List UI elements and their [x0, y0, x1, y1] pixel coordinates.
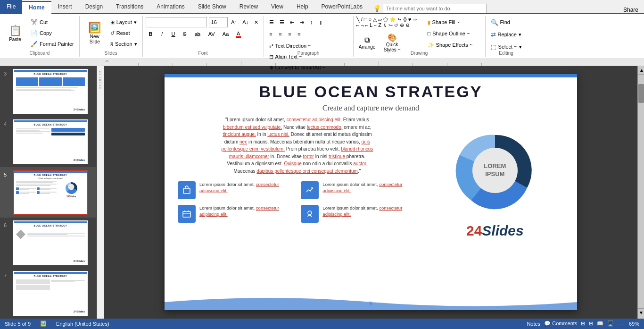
share-button[interactable]: Share	[618, 7, 644, 13]
bold-button[interactable]: B	[146, 29, 156, 39]
shape-effects-button[interactable]: ✨ Shape Effects ~	[425, 40, 475, 50]
justify-button[interactable]: ≡	[295, 29, 304, 39]
slide-thumb-4[interactable]: 4 BLUE OCEAN STRATEGY	[0, 117, 96, 167]
align-center-button[interactable]: ≡	[276, 29, 285, 39]
icon-sq-2	[301, 181, 319, 199]
decrease-font-button[interactable]: A↓	[241, 17, 250, 27]
find-icon: 🔍	[491, 19, 498, 26]
align-right-button[interactable]: ≡	[286, 29, 294, 39]
indent-more-button[interactable]: ⇥	[297, 17, 306, 27]
align-left-button[interactable]: ≡	[267, 29, 275, 39]
quick-styles-icon: 🎨	[388, 33, 397, 42]
layout-button[interactable]: ⊞ Layout ▾	[108, 17, 140, 27]
bottom-wave	[165, 294, 577, 310]
icon-boxes-grid: Lorem ipsum dolor sit amet, consectetura…	[178, 181, 417, 223]
paragraph-label: Paragraph	[264, 51, 353, 56]
scroll-down-button[interactable]: ▼	[637, 308, 644, 317]
svg-point-2	[308, 211, 312, 215]
shape-effects-icon: ✨	[428, 42, 434, 48]
section-icon: §	[110, 41, 113, 47]
slide-body-text: "Lorem ipsum dolor sit amet, consectetur…	[178, 116, 417, 175]
layout-icon: ⊞	[110, 19, 115, 25]
zoom-level: 69%	[629, 321, 639, 327]
file-tab[interactable]: File	[0, 0, 22, 13]
design-tab[interactable]: Design	[79, 0, 109, 13]
slide-thumb-7[interactable]: 7 BLUE OCEAN STRATEGY	[0, 268, 96, 319]
paste-icon: 📋	[9, 25, 22, 36]
scroll-thumb[interactable]	[638, 84, 644, 103]
font-size-input[interactable]	[209, 17, 228, 27]
editing-label: Editing	[486, 51, 527, 56]
shape-outline-icon: □	[428, 31, 431, 36]
view-tab[interactable]: View	[264, 0, 290, 13]
increase-font-button[interactable]: A↑	[230, 17, 239, 27]
view-presenter[interactable]: 🖥️	[607, 321, 614, 327]
bullets-button[interactable]: ☰	[267, 17, 276, 27]
replace-button[interactable]: ⇄ Replace ▾	[488, 29, 524, 40]
zoom-slider[interactable]: ──	[618, 321, 625, 327]
section-button[interactable]: § Section ▾	[108, 39, 140, 49]
powerpointlabs-tab[interactable]: PowerPointLabs	[315, 0, 369, 13]
insert-tab[interactable]: Insert	[51, 0, 79, 13]
review-tab[interactable]: Review	[233, 0, 264, 13]
comments-button[interactable]: 💬 Comments	[544, 321, 577, 327]
slide-thumb-3[interactable]: 3 BLUE OCEAN STRATEGY	[0, 66, 96, 117]
share-label: Share	[623, 7, 638, 13]
logo-24slides: 24Slides	[466, 223, 524, 239]
copy-button[interactable]: 📄 Copy	[28, 28, 76, 38]
underline-button[interactable]: U	[168, 29, 179, 39]
columns-button[interactable]: ⫿	[317, 17, 325, 27]
cut-icon: ✂️	[31, 19, 38, 25]
format-painter-button[interactable]: 🖌️ Format Painter	[28, 39, 76, 49]
shape-outline-button[interactable]: □ Shape Outline ~	[425, 28, 475, 39]
cut-button[interactable]: ✂️ Cut	[28, 17, 76, 27]
tell-me-input[interactable]	[383, 4, 487, 13]
numbering-button[interactable]: ☰	[277, 17, 287, 27]
icon-sq-3	[178, 205, 196, 223]
change-case-button[interactable]: Aa	[219, 29, 232, 39]
scroll-up-button[interactable]: ▲	[638, 66, 644, 75]
slide-thumb-5[interactable]: 5 BLUE OCEAN STRATEGY Create and capture…	[0, 167, 96, 218]
shadow-button[interactable]: ab	[191, 29, 204, 39]
slide-body: "Lorem ipsum dolor sit amet, consectetur…	[165, 116, 577, 239]
animations-tab[interactable]: Animations	[150, 0, 191, 13]
copy-icon: 📄	[31, 30, 38, 36]
view-normal[interactable]: ⊞	[581, 321, 585, 327]
reset-button[interactable]: ↺ Reset	[108, 28, 140, 38]
shape-fill-button[interactable]: ▮ Shape Fill ~	[425, 17, 475, 27]
char-spacing-button[interactable]: AV	[205, 29, 218, 39]
clipboard-label: Clipboard	[0, 51, 79, 56]
slide-thumb-6[interactable]: 6 BLUE OCEAN STRATEGY	[0, 218, 96, 268]
strikethrough-button[interactable]: S	[180, 29, 190, 39]
view-slide-sorter[interactable]: ⊟	[589, 321, 593, 327]
line-spacing-button[interactable]: ↕	[307, 17, 316, 27]
slide-right-content: LOREMIPSUM 24Slides	[426, 116, 564, 239]
text-direction-button[interactable]: ⇄ Text Direction ~	[267, 41, 328, 51]
notes-button[interactable]: Notes	[527, 321, 540, 327]
transitions-tab[interactable]: Transitions	[109, 0, 150, 13]
vertical-scrollbar[interactable]: ▲ ▼	[637, 66, 644, 319]
find-button[interactable]: 🔍 Find	[488, 17, 512, 27]
view-reading[interactable]: 📖	[597, 321, 603, 327]
new-slide-button[interactable]: 🖼️ New Slide	[83, 17, 107, 50]
icon-box-1: Lorem ipsum dolor sit amet, consectetura…	[178, 181, 293, 199]
help-tab[interactable]: Help	[290, 0, 315, 13]
font-color-button[interactable]: A	[233, 29, 244, 39]
drawing-label: Drawing	[354, 51, 485, 56]
slide-canvas[interactable]: BLUE OCEAN STRATEGY Create and capture n…	[104, 66, 637, 319]
home-tab[interactable]: Home	[22, 1, 51, 14]
arrange-icon: ⧉	[364, 36, 370, 44]
slideshow-tab[interactable]: Slide Show	[191, 0, 233, 13]
italic-button[interactable]: I	[157, 29, 167, 39]
slide-main: BLUE OCEAN STRATEGY Create and capture n…	[165, 74, 577, 310]
font-label: Font	[143, 51, 264, 56]
indent-less-button[interactable]: ⇤	[288, 17, 297, 27]
svg-rect-0	[183, 188, 190, 194]
format-painter-icon: 🖌️	[31, 41, 38, 47]
icon-box-2: Lorem ipsum dolor sit amet, consectetura…	[301, 181, 416, 199]
paste-button[interactable]: 📋 Paste	[3, 17, 27, 50]
slide-icon: 🖼️	[40, 321, 47, 327]
clear-format-button[interactable]: ✕	[252, 17, 261, 27]
reset-icon: ↺	[110, 30, 115, 36]
font-name-input[interactable]	[146, 17, 207, 27]
